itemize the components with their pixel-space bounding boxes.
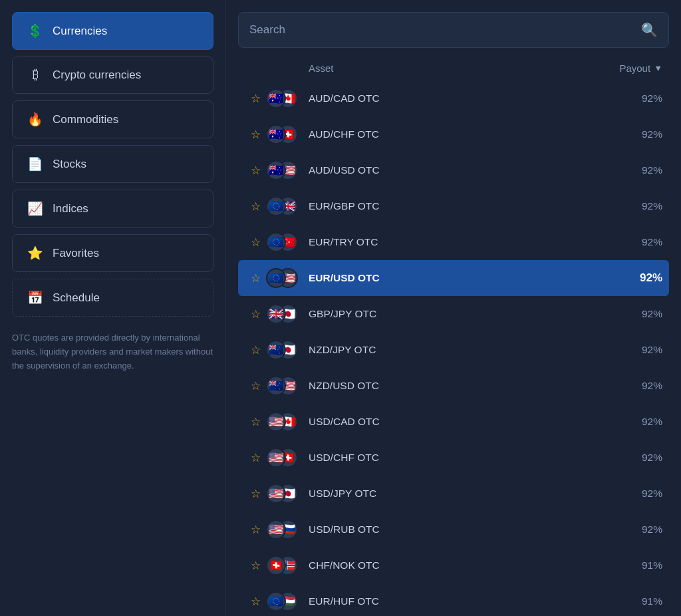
asset-payout-eur-gbp: 92% bbox=[596, 200, 662, 212]
asset-name-usd-cad: USD/CAD OTC bbox=[309, 416, 596, 428]
sidebar-btn-schedule[interactable]: 📅Schedule bbox=[12, 279, 213, 317]
favorite-star-usd-chf[interactable]: ☆ bbox=[245, 451, 266, 465]
favorite-star-aud-usd[interactable]: ☆ bbox=[245, 164, 266, 178]
favorite-star-aud-chf[interactable]: ☆ bbox=[245, 128, 266, 142]
asset-row[interactable]: ☆ 🇺🇸 🇷🇺 USD/RUB OTC 92% bbox=[238, 512, 669, 547]
favorite-star-aud-cad[interactable]: ☆ bbox=[245, 92, 266, 106]
flag-pair-aud-chf: 🇦🇺 🇨🇭 bbox=[266, 122, 309, 146]
flag1-eur-gbp: 🇪🇺 bbox=[266, 196, 286, 216]
asset-row[interactable]: ☆ 🇺🇸 🇨🇭 USD/CHF OTC 92% bbox=[238, 440, 669, 476]
asset-payout-usd-jpy: 92% bbox=[596, 488, 662, 500]
asset-row[interactable]: ☆ 🇦🇺 🇨🇦 AUD/CAD OTC 92% bbox=[238, 80, 669, 116]
flag1-chf-nok: 🇨🇭 bbox=[266, 555, 286, 575]
asset-row[interactable]: ☆ 🇳🇿 🇺🇸 NZD/USD OTC 92% bbox=[238, 368, 669, 404]
flag-pair-eur-try: 🇪🇺 🇹🇷 bbox=[266, 230, 309, 254]
search-bar: 🔍 bbox=[238, 12, 669, 48]
asset-name-usd-jpy: USD/JPY OTC bbox=[309, 488, 596, 500]
search-input[interactable] bbox=[249, 23, 641, 37]
sidebar-label-schedule: Schedule bbox=[53, 291, 100, 305]
asset-row[interactable]: ☆ 🇺🇸 🇨🇦 USD/CAD OTC 92% bbox=[238, 404, 669, 440]
asset-name-eur-try: EUR/TRY OTC bbox=[309, 236, 596, 248]
sidebar-btn-favorites[interactable]: ⭐Favorites bbox=[12, 234, 213, 272]
asset-payout-aud-usd: 92% bbox=[596, 164, 662, 176]
flag-pair-usd-cad: 🇺🇸 🇨🇦 bbox=[266, 410, 309, 434]
asset-row[interactable]: ☆ 🇦🇺 🇺🇸 AUD/USD OTC 92% bbox=[238, 152, 669, 188]
asset-row[interactable]: ☆ 🇬🇧 🇯🇵 GBP/JPY OTC 92% bbox=[238, 296, 669, 332]
favorite-star-chf-nok[interactable]: ☆ bbox=[245, 559, 266, 573]
currencies-icon: 💲 bbox=[27, 23, 43, 39]
flag1-nzd-usd: 🇳🇿 bbox=[266, 376, 286, 396]
asset-payout-usd-chf: 92% bbox=[596, 452, 662, 464]
sidebar-btn-crypto[interactable]: ₿Crypto currencies bbox=[12, 57, 213, 94]
flag1-eur-huf: 🇪🇺 bbox=[266, 591, 286, 611]
sidebar: 💲Currencies₿Crypto currencies🔥Commoditie… bbox=[0, 0, 226, 616]
asset-name-eur-usd: EUR/USD OTC bbox=[309, 272, 596, 284]
asset-row[interactable]: ☆ 🇺🇸 🇯🇵 USD/JPY OTC 92% bbox=[238, 476, 669, 512]
flag1-usd-cad: 🇺🇸 bbox=[266, 412, 286, 432]
asset-list: ☆ 🇦🇺 🇨🇦 AUD/CAD OTC 92% ☆ 🇦🇺 🇨🇭 AUD/CHF … bbox=[238, 80, 669, 616]
asset-name-usd-rub: USD/RUB OTC bbox=[309, 524, 596, 536]
flag-pair-eur-huf: 🇪🇺 🇭🇺 bbox=[266, 589, 309, 613]
asset-name-eur-huf: EUR/HUF OTC bbox=[309, 595, 596, 607]
favorite-star-gbp-jpy[interactable]: ☆ bbox=[245, 307, 266, 321]
asset-name-aud-usd: AUD/USD OTC bbox=[309, 164, 596, 176]
asset-name-eur-gbp: EUR/GBP OTC bbox=[309, 200, 596, 212]
asset-payout-eur-try: 92% bbox=[596, 236, 662, 248]
flag-pair-chf-nok: 🇨🇭 🇳🇴 bbox=[266, 553, 309, 577]
asset-name-aud-cad: AUD/CAD OTC bbox=[309, 92, 596, 104]
asset-payout-usd-cad: 92% bbox=[596, 416, 662, 428]
table-header: Asset Payout ▼ bbox=[238, 60, 669, 80]
flag-pair-usd-rub: 🇺🇸 🇷🇺 bbox=[266, 518, 309, 541]
sidebar-btn-indices[interactable]: 📈Indices bbox=[12, 190, 213, 228]
indices-icon: 📈 bbox=[27, 201, 43, 216]
asset-row[interactable]: ☆ 🇪🇺 🇺🇸 EUR/USD OTC 92% bbox=[238, 260, 669, 296]
flag1-aud-usd: 🇦🇺 bbox=[266, 160, 286, 180]
main-panel: 🔍 Asset Payout ▼ ☆ 🇦🇺 🇨🇦 AUD/CAD OTC 92%… bbox=[226, 0, 681, 616]
asset-payout-chf-nok: 91% bbox=[596, 559, 662, 571]
favorite-star-usd-rub[interactable]: ☆ bbox=[245, 523, 266, 537]
favorite-star-eur-usd[interactable]: ☆ bbox=[245, 271, 266, 285]
asset-name-gbp-jpy: GBP/JPY OTC bbox=[309, 308, 596, 320]
sidebar-btn-stocks[interactable]: 📄Stocks bbox=[12, 145, 213, 183]
schedule-icon: 📅 bbox=[27, 290, 43, 305]
flag1-aud-cad: 🇦🇺 bbox=[266, 88, 286, 108]
favorite-star-nzd-jpy[interactable]: ☆ bbox=[245, 343, 266, 357]
favorite-star-eur-try[interactable]: ☆ bbox=[245, 235, 266, 249]
sidebar-label-stocks: Stocks bbox=[53, 158, 86, 171]
flag-pair-usd-jpy: 🇺🇸 🇯🇵 bbox=[266, 482, 309, 506]
flag-pair-eur-usd: 🇪🇺 🇺🇸 bbox=[266, 266, 309, 290]
sidebar-btn-currencies[interactable]: 💲Currencies bbox=[12, 12, 213, 50]
asset-payout-eur-usd: 92% bbox=[596, 271, 662, 285]
sidebar-label-crypto: Crypto currencies bbox=[53, 69, 141, 82]
favorite-star-nzd-usd[interactable]: ☆ bbox=[245, 379, 266, 393]
favorite-star-usd-jpy[interactable]: ☆ bbox=[245, 487, 266, 501]
flag1-aud-chf: 🇦🇺 bbox=[266, 124, 286, 144]
asset-payout-nzd-usd: 92% bbox=[596, 380, 662, 392]
asset-name-aud-chf: AUD/CHF OTC bbox=[309, 128, 596, 140]
asset-row[interactable]: ☆ 🇳🇿 🇯🇵 NZD/JPY OTC 92% bbox=[238, 332, 669, 368]
asset-name-nzd-jpy: NZD/JPY OTC bbox=[309, 344, 596, 356]
sidebar-btn-commodities[interactable]: 🔥Commodities bbox=[12, 100, 213, 138]
search-icon: 🔍 bbox=[641, 22, 658, 38]
asset-row[interactable]: ☆ 🇪🇺 🇬🇧 EUR/GBP OTC 92% bbox=[238, 188, 669, 224]
flag1-gbp-jpy: 🇬🇧 bbox=[266, 304, 286, 324]
flag-pair-nzd-usd: 🇳🇿 🇺🇸 bbox=[266, 374, 309, 398]
crypto-icon: ₿ bbox=[27, 68, 43, 82]
asset-row[interactable]: ☆ 🇦🇺 🇨🇭 AUD/CHF OTC 92% bbox=[238, 116, 669, 152]
asset-row[interactable]: ☆ 🇪🇺 🇭🇺 EUR/HUF OTC 91% bbox=[238, 583, 669, 616]
asset-row[interactable]: ☆ 🇪🇺 🇹🇷 EUR/TRY OTC 92% bbox=[238, 224, 669, 260]
flag-pair-aud-usd: 🇦🇺 🇺🇸 bbox=[266, 158, 309, 182]
payout-sort-icon: ▼ bbox=[654, 63, 662, 73]
favorite-star-usd-cad[interactable]: ☆ bbox=[245, 415, 266, 429]
asset-name-chf-nok: CHF/NOK OTC bbox=[309, 559, 596, 571]
favorite-star-eur-huf[interactable]: ☆ bbox=[245, 595, 266, 609]
asset-name-usd-chf: USD/CHF OTC bbox=[309, 452, 596, 464]
sidebar-label-currencies: Currencies bbox=[53, 25, 107, 38]
flag-pair-gbp-jpy: 🇬🇧 🇯🇵 bbox=[266, 302, 309, 326]
asset-name-nzd-usd: NZD/USD OTC bbox=[309, 380, 596, 392]
asset-row[interactable]: ☆ 🇨🇭 🇳🇴 CHF/NOK OTC 91% bbox=[238, 547, 669, 583]
flag-pair-aud-cad: 🇦🇺 🇨🇦 bbox=[266, 86, 309, 110]
favorite-star-eur-gbp[interactable]: ☆ bbox=[245, 200, 266, 214]
asset-payout-aud-cad: 92% bbox=[596, 92, 662, 104]
payout-sort-button[interactable]: Payout ▼ bbox=[596, 63, 662, 74]
